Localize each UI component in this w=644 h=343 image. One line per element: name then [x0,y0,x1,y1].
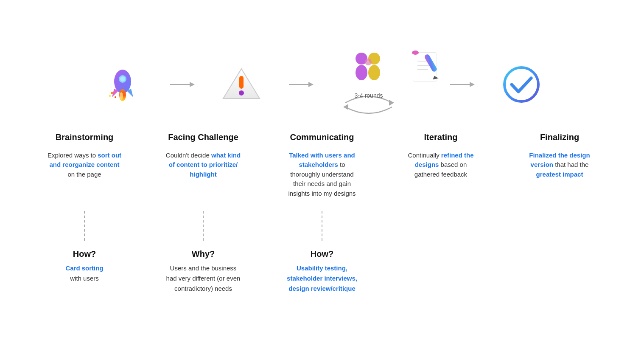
page-container: 3-4 rounds [0,32,644,311]
rocket-icon [101,63,144,106]
howwhy-row: How? Why? How? [25,249,619,259]
arrow-2 [284,79,318,90]
facing-challenge-highlight: what kind of content to prioritize/ high… [169,152,241,178]
finalizing-icon-cell [479,63,564,106]
finalizing-highlight1: Finalized the design version [529,152,590,169]
brainstorming-highlight: sort out and reorganize content [49,152,121,169]
arrow-3 [445,79,479,90]
finalizing-title: Finalizing [540,132,579,142]
svg-marker-22 [389,100,394,106]
facing-challenge-title: Facing Challenge [168,132,238,142]
brainstorming-howwhy: How? [42,249,127,259]
svg-rect-13 [239,76,244,89]
communicating-desc: Talked with users and stakeholders to th… [280,151,364,199]
card-sorting-highlight: Card sorting [65,264,103,272]
facing-challenge-desc: Couldn't decide what kind of content to … [161,151,246,180]
iterating-desc: Continually refined the designs based on… [398,151,483,180]
facing-challenge-howwhy: Why? [161,249,246,259]
brainstorming-dotted [42,211,127,241]
svg-point-20 [368,65,380,80]
brainstorming-desc: Explored ways to sort out and reorganize… [42,151,127,180]
communicating-title-cell: Communicating [280,132,364,142]
facing-challenge-dotted-line [203,211,204,241]
cycle-label: 3-4 rounds [355,92,383,99]
facing-challenge-title-cell: Facing Challenge [161,132,246,142]
brainstorming-title-cell: Brainstorming [42,132,127,142]
svg-point-31 [412,51,419,55]
communicating-highlight: Talked with users and stakeholders [289,152,355,169]
icons-row: 3-4 rounds [25,49,619,120]
svg-point-6 [120,92,123,100]
usability-highlight: Usability testing, stakeholder interview… [287,264,357,292]
cycle-cell: 3-4 rounds [318,49,420,120]
people-icon [350,49,388,88]
edit-icon [409,49,443,87]
brainstorming-icon-cell [80,63,165,106]
svg-point-18 [356,65,367,80]
finalizing-desc: Finalized the design version that had th… [517,151,602,180]
svg-point-2 [120,76,125,82]
svg-point-14 [239,90,244,96]
brainstorming-bottom: Card sortingwith users [42,263,127,284]
svg-point-35 [509,72,534,97]
svg-marker-33 [470,82,475,87]
descriptions-row: Explored ways to sort out and reorganize… [25,151,619,199]
arrow-1 [165,79,199,90]
finalizing-title-cell: Finalizing [517,132,602,142]
communicating-dotted-line [322,211,322,241]
dotted-row [25,211,619,241]
iterating-title: Iterating [424,132,458,142]
svg-point-21 [365,59,372,65]
checkmark-icon [500,63,543,106]
facing-challenge-dotted [161,211,246,241]
brainstorming-title: Brainstorming [56,132,114,142]
communicating-title: Communicating [290,132,354,142]
warning-icon [220,63,263,106]
svg-point-8 [115,96,116,98]
svg-marker-23 [343,104,348,110]
svg-marker-16 [308,82,314,87]
facing-challenge-bottom: Users and the business had very differen… [161,263,246,294]
iterating-title-cell: Iterating [398,132,483,142]
finalizing-highlight2: greatest impact [536,171,583,178]
communicating-howwhy: How? [280,249,364,259]
titles-row: Brainstorming Facing Challenge Communica… [25,132,619,142]
iterating-highlight: refined the designs [415,152,474,169]
communicating-dotted [280,211,364,241]
communicating-bottom: Usability testing, stakeholder interview… [280,263,364,294]
bottom-desc-row: Card sortingwith users Users and the bus… [25,263,619,294]
facing-challenge-icon-cell [199,63,284,106]
svg-point-7 [111,92,113,94]
svg-marker-11 [190,82,195,87]
svg-point-9 [109,95,111,97]
brainstorming-dotted-line [84,211,85,241]
